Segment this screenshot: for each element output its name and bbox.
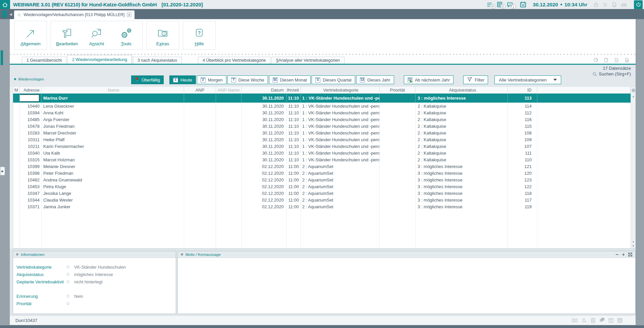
filter-diese-woche-button[interactable]: 7 Diese Woche xyxy=(227,75,268,84)
table-row[interactable]: 10315 Marcel Holzman 30.11.2020 11:10 1 … xyxy=(13,156,631,163)
lock-icon[interactable] xyxy=(593,2,599,8)
header-vertriebskategorie[interactable]: Vertriebskategorie xyxy=(301,87,380,93)
header-akquisestatus[interactable]: Akquisestatus xyxy=(416,87,508,93)
informationen-panel-header[interactable]: Informationen xyxy=(13,251,176,258)
cell-datum: 30.11.2020 xyxy=(241,116,287,123)
cell-datum: 02.12.2020 xyxy=(241,176,287,183)
binoculars-icon[interactable] xyxy=(620,2,628,8)
menu-allgemein[interactable]: Allgemein xyxy=(16,23,45,47)
filter-ueberfaellig-button[interactable]: Überfällig xyxy=(131,75,164,84)
table-row[interactable]: 10482 Andrea Gruenewald 02.12.2020 11:00… xyxy=(13,176,631,183)
selected-table-row[interactable]: Marina Durr 30.11.2020 11:10 1 : VK-Stän… xyxy=(13,94,631,103)
header-adresse[interactable]: Adresse xyxy=(20,87,42,93)
tab-gesamtuebersicht[interactable]: 1 Gesamtübersicht xyxy=(22,57,66,64)
vertriebskategorien-dropdown[interactable]: Alle Vertriebskategorien xyxy=(494,75,561,84)
cell-uhrzeit: 11:10 xyxy=(287,143,301,150)
menu-bearbeiten[interactable]: Bearbeiten xyxy=(52,23,82,47)
calendar-window-icon[interactable] xyxy=(608,318,614,323)
expand-icon[interactable]: + xyxy=(622,252,625,257)
filter-dieses-quartal-button[interactable]: 4 Dieses Quartal xyxy=(312,75,355,84)
calculator-icon[interactable] xyxy=(590,318,596,323)
filter-ab-naechstem-jahr-button[interactable]: 12 Ab nächstem Jahr xyxy=(404,75,454,84)
header-anp-name[interactable]: ANP-Name xyxy=(216,87,241,93)
keyboard-icon[interactable] xyxy=(572,318,578,323)
document-tab-label: Wiedervorlagen/Verkaufschancen [013 Phil… xyxy=(23,12,124,17)
menu-extras[interactable]: ! Extras xyxy=(148,23,177,47)
scroll-bottom-icon[interactable]: ▼ xyxy=(632,244,635,248)
favorite-star-icon[interactable]: ☆ xyxy=(17,12,21,17)
power-icon xyxy=(636,2,641,7)
table-row[interactable]: 10398 Peter Friedman 02.12.2020 11:00 2 … xyxy=(13,170,631,176)
messages-icon[interactable]: 1 xyxy=(506,1,513,8)
export-page-icon[interactable] xyxy=(614,57,619,63)
delete-page-icon[interactable] xyxy=(624,57,630,63)
new-page-icon[interactable] xyxy=(603,57,609,63)
table-row[interactable]: 10347 Jessika Lange 02.12.2020 11:00 2 :… xyxy=(13,190,631,197)
home-button[interactable] xyxy=(0,0,10,9)
chevron-left-icon[interactable]: ◀ xyxy=(9,12,12,16)
table-row[interactable]: 10344 Claudia Wexler 02.12.2020 11:00 2 … xyxy=(13,197,631,203)
motiv-panel-header[interactable]: Motiv / Kernaussage − + xyxy=(178,251,635,258)
close-tab-icon[interactable]: x xyxy=(127,12,131,17)
user-icon[interactable] xyxy=(581,318,587,323)
cell-akquisestatus: 2 : Kaltakquise xyxy=(416,129,508,136)
tasks-icon[interactable]: 2 xyxy=(496,1,503,8)
header-prioritaet[interactable]: Priorität xyxy=(380,87,416,93)
menu-hilfe[interactable]: ? Hilfe xyxy=(184,23,214,47)
circle-bullet-icon xyxy=(67,295,69,297)
tab-analyse-vertriebskategorien[interactable]: 5 Analyse aller Vertriebskategorien xyxy=(271,57,344,64)
table-row[interactable]: 10394 Anna Kohl 30.11.2020 11:10 1 : VK-… xyxy=(13,109,631,116)
menu-tools[interactable]: Tools xyxy=(111,23,141,47)
cell-akquisestatus: 3 : mögliches Interesse xyxy=(416,190,508,197)
table-row[interactable]: 10440 Lena Gloeckner 30.11.2020 11:10 1 … xyxy=(13,103,631,109)
tab-ueberblick-vertriebskategorie[interactable]: 4 Überblick pro Vertriebskategorie xyxy=(198,57,270,64)
cell-uhrzeit: 11:00 xyxy=(287,190,301,197)
sidebar-expander[interactable]: ▶ xyxy=(0,167,5,175)
table-row[interactable]: 10478 Jonas Friedman 30.11.2020 11:10 1 … xyxy=(13,123,631,129)
filter-heute-button[interactable]: 1 Heute xyxy=(169,75,196,84)
scroll-down-icon[interactable]: ▼ xyxy=(632,240,635,244)
cell-id: 119 xyxy=(508,203,537,210)
tab-wiedervorlagenbearbeitung[interactable]: 2 Wiedervorlagenbearbeitung xyxy=(67,55,132,64)
forward-arrows-icon[interactable] xyxy=(602,2,608,8)
power-button[interactable] xyxy=(634,0,643,9)
cell-uhrzeit: 11:10 xyxy=(287,150,301,156)
header-datum[interactable]: Datum xyxy=(241,87,287,93)
filter-diesen-monat-button[interactable]: 31 Diesen Monat xyxy=(269,75,311,84)
filter-morgen-button[interactable]: 2 Morgen xyxy=(197,75,226,84)
table-row[interactable]: 10283 Marcel Drechsler 30.11.2020 11:10 … xyxy=(13,129,631,136)
menu-ansicht[interactable]: Ansicht xyxy=(82,23,111,47)
header-id[interactable]: ID xyxy=(508,87,537,93)
table-scrollbar[interactable]: ▲ ▼ ▼ xyxy=(631,87,636,248)
quick-lists-icon[interactable]: 0 xyxy=(486,1,493,8)
print-icon[interactable] xyxy=(593,57,598,63)
collapse-icon[interactable]: − xyxy=(615,252,619,257)
table-row[interactable]: 10211 Karin Fenstermacher 30.11.2020 11:… xyxy=(13,143,631,150)
maximize-icon[interactable] xyxy=(628,253,632,257)
tab-nach-akquisestatus[interactable]: 3 nach Akquisestatus xyxy=(133,57,182,64)
filter-button[interactable]: Filter xyxy=(463,75,488,84)
header-blank xyxy=(537,87,631,93)
filter-dieses-jahr-button[interactable]: 12 Dieses Jahr xyxy=(356,75,394,84)
table-row[interactable]: 10453 Petra Kluge 02.12.2020 11:00 2 : A… xyxy=(13,183,631,190)
cell-name: Lena Gloeckner xyxy=(42,103,184,109)
adresse-edit-input[interactable] xyxy=(20,95,39,102)
header-name[interactable]: Name xyxy=(42,87,184,93)
search-link[interactable]: Suchen (Strg+F) xyxy=(592,71,631,76)
calendar-week-icon[interactable]: 53 xyxy=(520,1,527,8)
header-m[interactable]: M xyxy=(13,87,20,93)
document-tab[interactable]: ☆ Wiedervorlagen/Verkaufschancen [013 Ph… xyxy=(14,10,135,19)
table-row[interactable]: 10485 Anja Foerster 30.11.2020 11:10 1 :… xyxy=(13,116,631,123)
header-uhrzeit[interactable]: Uhrzeit xyxy=(287,87,301,93)
table-row[interactable]: 10371 Janina Junker 02.12.2020 11:00 2 :… xyxy=(13,203,631,210)
table-row[interactable]: 10399 Melanie Dresner 02.12.2020 11:00 2… xyxy=(13,163,631,170)
statusbar: Durr/10437 xyxy=(10,315,636,325)
table-row[interactable]: 10340 Uta Kalb 30.11.2020 11:10 1 : VK-S… xyxy=(13,150,631,156)
header-anp[interactable]: ANP xyxy=(184,87,216,93)
table-row[interactable]: 10311 Heike Pfaff 30.11.2020 11:10 1 : V… xyxy=(13,136,631,143)
column-settings-gear-icon[interactable] xyxy=(631,88,636,93)
scroll-up-icon[interactable]: ▲ xyxy=(632,95,635,99)
windows-icon[interactable] xyxy=(599,317,605,323)
calendar-grid-icon[interactable] xyxy=(617,318,623,323)
document-star-icon[interactable]: ★ xyxy=(611,2,617,8)
